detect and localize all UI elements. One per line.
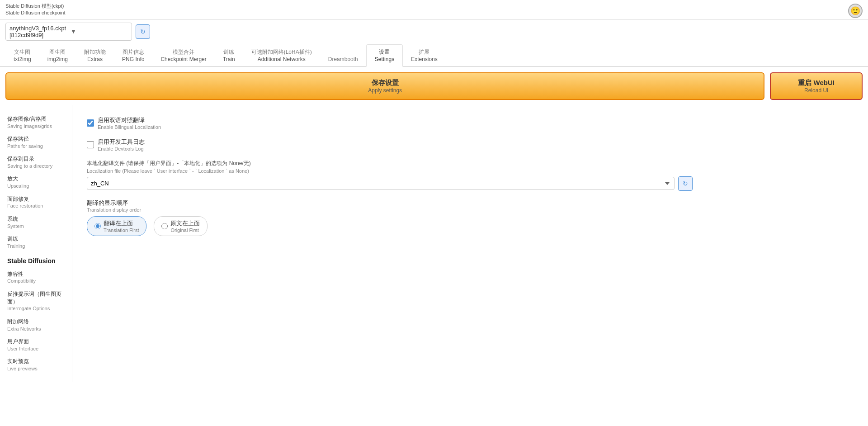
devtools-checkbox[interactable] [87,141,94,148]
devtools-checkbox-wrap[interactable]: 启用开发工具日志 Enable Devtools Log [87,138,145,151]
tab-checkpoint-merger[interactable]: 模型合并Checkpoint Merger [152,45,214,67]
devtools-label-en: Enable Devtools Log [98,146,145,151]
apply-settings-button[interactable]: 保存设置 Apply settings [5,72,764,100]
tab-additional-networks[interactable]: 可选附加网络(LoRA插件)Additional Networks [243,45,320,67]
bilingual-checkbox[interactable] [87,119,94,127]
refresh-localization-button[interactable]: ↻ [678,176,693,191]
reload-btn-label-en: Reload UI [798,87,835,94]
main-content: 保存图像/宫格图Saving images/grids保存路径Paths for… [0,105,868,383]
localization-desc-en: Localization file (Please leave ` User i… [87,168,854,174]
model-label-zh: Stable Diffusion 模型(ckpt) [5,3,863,9]
devtools-label: 启用开发工具日志 Enable Devtools Log [98,138,145,151]
refresh-model-button[interactable]: ↻ [136,24,150,39]
model-dropdown[interactable]: anythingV3_fp16.ckpt [812cd9f9d9] ▼ [5,23,132,41]
sidebar-item-interrogate-options[interactable]: 反推提示词（图生图页面）Interrogate Options [0,288,72,315]
devtools-checkbox-row: 启用开发工具日志 Enable Devtools Log [87,138,854,151]
sidebar-item-user-interface[interactable]: 用户界面User Interface [0,335,72,355]
original-first-radio[interactable] [161,223,168,229]
sidebar-item-extra-networks[interactable]: 附加网络Extra Networks [0,315,72,335]
sidebar-item-training[interactable]: 训练Training [0,232,72,252]
tab-img2img[interactable]: 图生图img2img [39,45,76,67]
translation-first-label: 翻译在上面 Translation First [104,219,139,233]
translation-order-label-en: Translation display order [87,207,854,213]
top-bar: Stable Diffusion 模型(ckpt) Stable Diffusi… [0,0,868,20]
tab-train[interactable]: 训练Train [215,45,243,67]
devtools-label-zh: 启用开发工具日志 [98,138,145,146]
bilingual-checkbox-row: 启用双语对照翻译 Enable Bilingual Localization [87,116,854,130]
tab-settings[interactable]: 设置Settings [366,44,403,67]
original-first-label: 原文在上面 Original First [170,219,200,233]
user-avatar-area: 🙂 [848,4,863,18]
translation-order-label-zh: 翻译的显示顺序 [87,199,854,207]
action-bar: 保存设置 Apply settings 重启 WebUI Reload UI [0,67,868,105]
bilingual-label-zh: 启用双语对照翻译 [98,116,161,124]
model-selector-row: anythingV3_fp16.ckpt [812cd9f9d9] ▼ ↻ [0,20,868,44]
localization-select[interactable]: zh_CN None zh_TW en_US [87,177,675,190]
chevron-down-icon: ▼ [71,28,128,35]
model-value: anythingV3_fp16.ckpt [812cd9f9d9] [9,25,67,38]
sidebar-item-compatibility[interactable]: 兼容性Compatibility [0,268,72,288]
tab-extras[interactable]: 附加功能Extras [76,45,114,67]
sidebar-header-stable-diffusion: Stable Diffusion [0,252,72,268]
sidebar-item-face-restoration[interactable]: 面部修复Face restoration [0,193,72,213]
sidebar-item-live-previews[interactable]: 实时预览Live previews [0,355,72,375]
model-label-en: Stable Diffusion checkpoint [5,9,863,16]
original-first-en: Original First [170,227,200,233]
translation-order-row: 翻译的显示顺序 Translation display order 翻译在上面 … [87,199,854,236]
sidebar-item-saving-imagesgrids[interactable]: 保存图像/宫格图Saving images/grids [0,113,72,133]
reload-ui-button[interactable]: 重启 WebUI Reload UI [770,72,863,100]
sidebar-item-upscaling[interactable]: 放大Upscaling [0,172,72,192]
model-label: Stable Diffusion 模型(ckpt) Stable Diffusi… [5,3,863,17]
sidebar-item-paths-for-saving[interactable]: 保存路径Paths for saving [0,133,72,152]
bilingual-checkbox-wrap[interactable]: 启用双语对照翻译 Enable Bilingual Localization [87,116,161,130]
apply-btn-label-en: Apply settings [6,87,764,94]
bilingual-label-en: Enable Bilingual Localization [98,124,161,130]
tab-extensions[interactable]: 扩展Extensions [403,45,446,67]
translation-order-radio-group: 翻译在上面 Translation First 原文在上面 Original F… [87,216,854,236]
localization-desc-zh: 本地化翻译文件 (请保持「用户界面」-「本地化」的选项为 None/无) [87,160,854,167]
bilingual-label: 启用双语对照翻译 Enable Bilingual Localization [98,116,161,130]
sidebar: 保存图像/宫格图Saving images/grids保存路径Paths for… [0,105,72,383]
user-avatar: 🙂 [848,4,863,18]
localization-input-row: zh_CN None zh_TW en_US ↻ [87,176,854,191]
original-first-zh: 原文在上面 [170,219,200,227]
tab-png-info[interactable]: 图片信息PNG Info [114,45,152,67]
apply-btn-label-zh: 保存设置 [6,79,764,87]
tab-txt2img[interactable]: 文生图txt2img [5,45,39,67]
translation-first-radio[interactable] [94,223,101,229]
translation-first-en: Translation First [104,227,139,233]
sidebar-item-saving-to-a-directory[interactable]: 保存到目录Saving to a directory [0,152,72,172]
translation-first-option[interactable]: 翻译在上面 Translation First [87,216,146,236]
reload-btn-label-zh: 重启 WebUI [798,79,835,87]
tab-dreambooth[interactable]: Dreambooth [320,52,366,67]
settings-panel: 启用双语对照翻译 Enable Bilingual Localization 启… [72,105,868,383]
original-first-option[interactable]: 原文在上面 Original First [154,216,208,236]
translation-first-zh: 翻译在上面 [104,219,139,227]
sidebar-item-system[interactable]: 系统System [0,213,72,232]
tabs-bar: 文生图txt2img图生图img2img附加功能Extras图片信息PNG In… [0,44,868,67]
localization-file-row: 本地化翻译文件 (请保持「用户界面」-「本地化」的选项为 None/无) Loc… [87,160,854,191]
